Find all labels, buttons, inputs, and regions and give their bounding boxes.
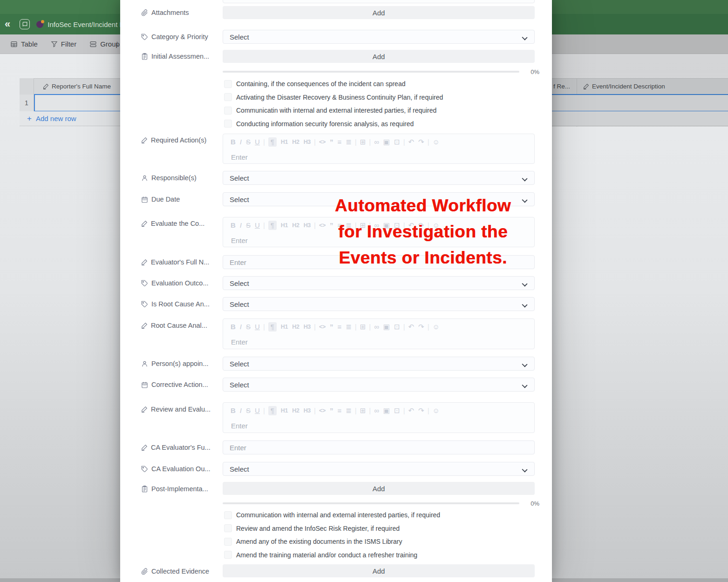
partial-input-top[interactable] (223, 0, 535, 3)
editor-toolbar-button[interactable]: S (246, 137, 251, 147)
evaluate-consequences-editor[interactable]: BISU|¶H1H2H3|<>”≡≣|⊞|∞▣⊡|↶↷|☺ Enter (223, 217, 535, 247)
attachments-add-button[interactable]: Add (223, 6, 535, 19)
editor-toolbar-button[interactable]: U (255, 221, 260, 230)
editor-toolbar-button[interactable]: ⊡ (394, 406, 400, 415)
editor-toolbar-button[interactable]: ¶ (268, 137, 277, 147)
editor-toolbar-button[interactable]: ↷ (418, 322, 424, 332)
editor-toolbar-button[interactable]: H2 (292, 221, 299, 230)
checkbox[interactable] (224, 93, 232, 101)
editor-toolbar-button[interactable]: ↷ (418, 221, 424, 230)
editor-toolbar-button[interactable]: | (369, 322, 371, 332)
editor-toolbar-button[interactable]: ▣ (383, 137, 390, 147)
editor-toolbar-button[interactable]: ∞ (374, 406, 379, 415)
editor-toolbar-button[interactable]: ⊞ (360, 137, 366, 147)
editor-toolbar-button[interactable]: | (403, 137, 405, 147)
editor-toolbar-button[interactable]: I (240, 221, 242, 230)
editor-toolbar-button[interactable]: ⊞ (360, 406, 366, 415)
editor-toolbar-button[interactable]: ↷ (418, 137, 424, 147)
editor-toolbar-button[interactable]: ∞ (374, 137, 379, 147)
editor-toolbar-button[interactable]: | (355, 322, 357, 332)
editor-toolbar-button[interactable]: H3 (304, 221, 311, 230)
editor-toolbar-button[interactable]: | (263, 221, 265, 230)
editor-toolbar-button[interactable]: ▣ (383, 221, 390, 230)
editor-toolbar-button[interactable]: ” (330, 406, 333, 415)
due-date-select[interactable]: Select (223, 192, 535, 206)
editor-toolbar-button[interactable]: H2 (292, 322, 299, 332)
ca-evaluator-input[interactable]: Enter (223, 440, 535, 454)
editor-toolbar-button[interactable]: ↷ (418, 406, 424, 415)
checkbox[interactable] (224, 551, 232, 559)
editor-toolbar-button[interactable]: | (355, 406, 357, 415)
editor-toolbar-button[interactable]: H3 (304, 137, 311, 147)
root-cause-analysis-editor[interactable]: BISU|¶H1H2H3|<>”≡≣|⊞|∞▣⊡|↶↷|☺ Enter (223, 318, 535, 349)
editor-toolbar-button[interactable]: <> (319, 137, 326, 147)
editor-toolbar-button[interactable]: ↶ (408, 406, 415, 415)
editor-toolbar-button[interactable]: | (314, 137, 316, 147)
evaluator-full-name-input[interactable]: Enter (223, 255, 535, 269)
editor-toolbar-button[interactable]: | (428, 322, 429, 332)
base-book-icon[interactable] (20, 19, 30, 29)
editor-toolbar-button[interactable]: H2 (292, 406, 299, 415)
editor-toolbar-button[interactable]: ∞ (374, 322, 379, 332)
editor-toolbar-button[interactable]: | (263, 322, 265, 332)
editor-toolbar-button[interactable]: | (403, 406, 405, 415)
checkbox[interactable] (224, 538, 232, 546)
table-tab-title[interactable]: InfoSec Event/Incident Rep (48, 20, 132, 28)
editor-toolbar-button[interactable]: ↶ (408, 221, 415, 230)
editor-toolbar-button[interactable]: | (428, 137, 429, 147)
corrective-action-select[interactable]: Select (223, 378, 535, 392)
editor-toolbar-button[interactable]: ≡ (337, 406, 341, 415)
editor-toolbar-button[interactable]: ¶ (268, 221, 277, 230)
editor-toolbar-button[interactable]: H3 (304, 322, 311, 332)
editor-toolbar-button[interactable]: H2 (292, 137, 299, 147)
editor-toolbar-button[interactable]: ⊞ (360, 322, 366, 332)
editor-toolbar-button[interactable]: <> (319, 322, 326, 332)
initial-assessment-add-button[interactable]: Add (223, 50, 535, 63)
editor-toolbar-button[interactable]: H1 (281, 221, 288, 230)
editor-toolbar-button[interactable]: ▣ (383, 406, 390, 415)
editor-toolbar-button[interactable]: | (314, 406, 316, 415)
editor-toolbar-button[interactable]: ” (330, 221, 333, 230)
editor-toolbar-button[interactable]: ≣ (346, 137, 352, 147)
editor-toolbar-button[interactable]: ⊡ (394, 221, 400, 230)
row-number-cell[interactable]: 1 (20, 95, 34, 111)
editor-toolbar-button[interactable]: ≡ (337, 221, 341, 230)
editor-toolbar-button[interactable]: | (428, 406, 429, 415)
sort-icon[interactable]: ↓ (115, 39, 120, 49)
editor-toolbar-button[interactable]: | (263, 137, 265, 147)
editor-toolbar-button[interactable]: ≡ (337, 137, 341, 147)
selected-cell[interactable] (34, 94, 122, 112)
editor-toolbar-button[interactable]: B (231, 406, 236, 415)
editor-toolbar-button[interactable]: H1 (281, 137, 288, 147)
editor-toolbar-button[interactable]: ☺ (433, 137, 440, 147)
editor-toolbar-button[interactable]: | (355, 221, 357, 230)
editor-toolbar-button[interactable]: ” (330, 137, 333, 147)
editor-toolbar-button[interactable]: B (231, 221, 236, 230)
editor-toolbar-button[interactable]: ☺ (433, 221, 440, 230)
editor-toolbar-button[interactable]: <> (319, 221, 326, 230)
toolbar-filter-button[interactable]: Filter (51, 40, 76, 48)
editor-toolbar-button[interactable]: U (255, 137, 260, 147)
editor-toolbar-button[interactable]: | (314, 322, 316, 332)
editor-toolbar-button[interactable]: ⊡ (394, 137, 400, 147)
responsibles-select[interactable]: Select (223, 171, 535, 185)
required-actions-editor[interactable]: BISU|¶H1H2H3|<>”≡≣|⊞|∞▣⊡|↶↷|☺ Enter (223, 134, 535, 164)
editor-toolbar-button[interactable]: I (240, 406, 242, 415)
editor-toolbar-button[interactable]: ↶ (408, 322, 415, 332)
review-evaluate-editor[interactable]: BISU|¶H1H2H3|<>”≡≣|⊞|∞▣⊡|↶↷|☺ Enter (223, 402, 535, 433)
editor-toolbar-button[interactable]: | (314, 221, 316, 230)
editor-toolbar-button[interactable]: S (246, 322, 251, 332)
editor-toolbar-button[interactable]: ≣ (346, 406, 352, 415)
editor-toolbar-button[interactable]: S (246, 221, 251, 230)
editor-toolbar-button[interactable]: ☺ (433, 406, 440, 415)
editor-toolbar-button[interactable]: I (240, 137, 242, 147)
editor-toolbar-button[interactable]: H1 (281, 322, 288, 332)
editor-toolbar-button[interactable]: ⊞ (360, 221, 366, 230)
editor-toolbar-button[interactable]: | (403, 322, 405, 332)
editor-toolbar-button[interactable]: U (255, 322, 260, 332)
editor-toolbar-button[interactable]: S (246, 406, 251, 415)
editor-toolbar-button[interactable]: | (369, 406, 371, 415)
checkbox[interactable] (224, 524, 232, 532)
ca-evaluation-outcome-select[interactable]: Select (223, 462, 535, 476)
editor-toolbar-button[interactable]: ≣ (346, 322, 352, 332)
